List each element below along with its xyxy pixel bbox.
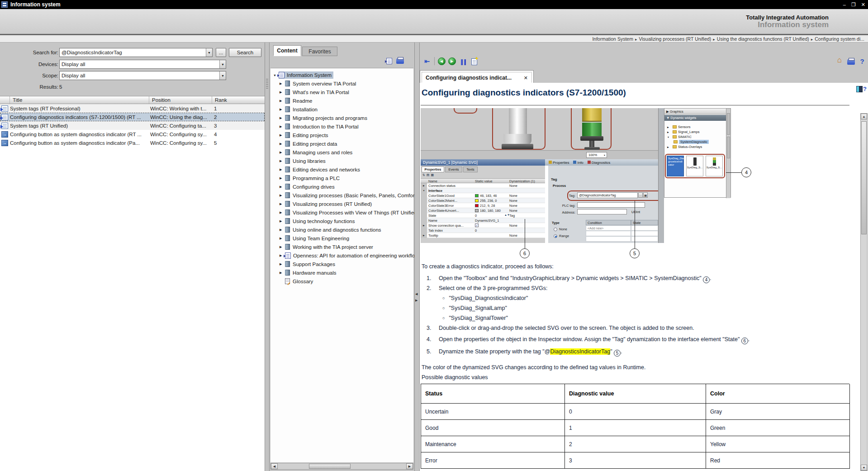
chevron-right-icon[interactable]: ▶ <box>280 237 285 240</box>
book-help-icon[interactable]: ? <box>856 85 867 93</box>
print-icon[interactable] <box>846 58 855 66</box>
tree-item[interactable]: ▶Visualizing processes (RT Unified) <box>280 201 372 207</box>
breadcrumb-item[interactable]: Configuring system di... <box>815 36 864 42</box>
tree-item[interactable]: ▶Hardware manuals <box>280 270 337 276</box>
content-vertical-scrollbar[interactable]: ▲ ▼ <box>860 113 868 471</box>
left-splitter[interactable] <box>265 43 270 471</box>
tree-item[interactable]: ▶Visualizing Processes with View of Thin… <box>280 209 418 215</box>
chevron-right-icon[interactable]: ▶ <box>280 228 285 232</box>
chevron-right-icon[interactable]: ▶ <box>280 176 285 180</box>
tree-item[interactable]: ▶What's new in TIA Portal <box>280 89 349 95</box>
tree-item[interactable]: ▶Managing users and roles <box>280 149 352 155</box>
pause-button[interactable] <box>459 58 468 66</box>
chevron-right-icon[interactable]: ▶ <box>280 99 285 103</box>
chevron-right-icon[interactable]: ▶ <box>280 185 285 189</box>
scope-select[interactable]: Display all <box>59 71 226 80</box>
tree-item[interactable]: ▶Installation <box>280 106 318 112</box>
chevron-right-icon[interactable]: ▶ <box>280 133 285 137</box>
devices-select[interactable]: Display all <box>59 60 226 69</box>
chevron-right-icon[interactable]: ▶ <box>280 108 285 111</box>
tree-item[interactable]: ▶Programming a PLC <box>280 175 340 181</box>
search-button[interactable]: Search <box>229 48 261 57</box>
tree-item[interactable]: ▶Editing project data <box>280 141 337 147</box>
chevron-right-icon[interactable]: ▶ <box>280 116 285 120</box>
chevron-right-icon[interactable]: ▶ <box>280 90 285 94</box>
help-document-tab[interactable]: Configuring diagnostics indicat... ✕ <box>420 70 534 83</box>
scope-dropdown-icon[interactable] <box>219 71 226 80</box>
collapse-right-icon[interactable]: ▶ <box>415 299 417 302</box>
tree-item[interactable]: ▶Using libraries <box>280 158 326 164</box>
devices-dropdown-icon[interactable] <box>219 60 226 68</box>
forward-button[interactable]: ▶ <box>447 57 456 65</box>
scrollbar-thumb[interactable] <box>309 464 351 469</box>
scroll-right-icon[interactable]: ▶ <box>406 463 413 469</box>
table-row[interactable]: Configuring button as system diagnostics… <box>0 138 265 147</box>
contents-horizontal-scrollbar[interactable]: ◀ ▶ <box>270 463 413 470</box>
back-button[interactable]: ◀ <box>437 57 446 65</box>
tree-item[interactable]: ▶Visualizing processes (Basic Panels, Pa… <box>280 192 418 198</box>
table-row[interactable]: System tags (RT Unified) WinCC: Configur… <box>0 121 265 130</box>
scroll-down-icon[interactable]: ▼ <box>861 465 867 471</box>
locate-in-contents-icon[interactable]: ⇤ <box>422 57 432 65</box>
help-icon[interactable]: ? <box>858 57 867 65</box>
tree-item[interactable]: ▶Editing projects <box>280 132 328 138</box>
tree-item[interactable]: ▶Openness: API for automation of enginee… <box>280 252 421 259</box>
chevron-right-icon[interactable]: ▶ <box>280 202 285 206</box>
collapse-left-icon[interactable]: ◀ <box>415 292 417 296</box>
home-icon[interactable]: ⌂ <box>835 56 844 64</box>
tree-item[interactable]: ▶Configuring drives <box>280 184 335 190</box>
tree-item[interactable]: ▶Migrating projects and programs <box>280 115 367 121</box>
tab-content[interactable]: Content <box>273 45 301 56</box>
breadcrumb-item[interactable]: Using the diagnostics functions (RT Unif… <box>717 36 809 42</box>
chevron-right-icon[interactable]: ▶ <box>280 245 285 249</box>
close-tab-icon[interactable]: ✕ <box>524 75 528 81</box>
chevron-right-icon[interactable]: ▶ <box>280 262 285 266</box>
chevron-right-icon[interactable]: ▶ <box>280 125 285 128</box>
show-topic-in-contents-icon[interactable] <box>384 57 394 65</box>
scroll-left-icon[interactable]: ◀ <box>271 463 278 469</box>
tree-item[interactable]: ▶Support Packages <box>280 261 335 267</box>
more-button[interactable]: ... <box>216 48 226 57</box>
search-input[interactable]: @DiagnosticsIndicatorTag <box>59 48 213 57</box>
chevron-right-icon[interactable]: ▶ <box>280 211 285 214</box>
chevron-right-icon[interactable]: ▶ <box>280 159 285 163</box>
breadcrumb-item[interactable]: Information System <box>592 36 633 42</box>
search-dropdown-icon[interactable] <box>206 48 212 57</box>
chevron-right-icon[interactable]: ▶ <box>280 168 285 171</box>
tree-item[interactable]: ▶Editing devices and networks <box>280 167 360 172</box>
close-icon[interactable]: ✕ <box>861 2 865 8</box>
chevron-right-icon[interactable]: ▶ <box>280 219 285 223</box>
minimize-icon[interactable]: – <box>843 2 846 8</box>
tree-item[interactable]: ▶Using online and diagnostics functions <box>280 227 381 233</box>
tree-item[interactable]: ▶Readme <box>280 98 312 104</box>
tree-item[interactable]: ▶Working with the TIA project server <box>280 244 373 250</box>
right-splitter[interactable]: ◀ ▶ <box>414 43 420 471</box>
book-icon <box>285 132 290 138</box>
tree-item[interactable]: ▶Using technology functions <box>280 218 355 224</box>
column-rank[interactable]: Rank <box>212 96 265 104</box>
print-topic-icon[interactable] <box>395 57 404 65</box>
breadcrumb-item[interactable]: Visualizing processes (RT Unified) <box>639 36 711 42</box>
scrollbar-thumb[interactable] <box>861 121 867 234</box>
chevron-right-icon[interactable]: ▶ <box>280 151 285 154</box>
tree-item[interactable]: ▶Using Team Engineering <box>280 235 349 241</box>
table-row[interactable]: Configuring button as system diagnostics… <box>0 130 265 138</box>
chevron-right-icon[interactable]: ▶ <box>280 82 285 86</box>
chevron-right-icon[interactable]: ▶ <box>280 142 285 146</box>
tree-root-information-system[interactable]: ▼ Information System <box>273 71 333 79</box>
table-row-selected[interactable]: Configuring diagnostics indicators (S7-1… <box>0 113 265 121</box>
tree-item[interactable]: ▶System overview TIA Portal <box>280 81 356 86</box>
tree-item[interactable]: ▶Glossary <box>280 278 313 284</box>
tab-favorites[interactable]: Favorites <box>302 47 337 56</box>
tree-item[interactable]: ▶Introduction to the TIA Portal <box>280 124 359 129</box>
maximize-icon[interactable]: ❐ <box>851 2 856 8</box>
column-position[interactable]: Position <box>149 96 212 104</box>
table-row[interactable]: System tags (RT Professional) WinCC: Wor… <box>0 104 265 113</box>
column-title[interactable]: Title <box>10 96 149 104</box>
scroll-up-icon[interactable]: ▲ <box>861 114 867 119</box>
info-tab-icon <box>573 161 576 164</box>
chevron-right-icon[interactable]: ▶ <box>280 271 285 275</box>
chevron-right-icon[interactable]: ▶ <box>280 194 285 197</box>
new-page-icon[interactable] <box>470 57 479 66</box>
result-position: WinCC: Configuring sy... <box>150 132 211 137</box>
